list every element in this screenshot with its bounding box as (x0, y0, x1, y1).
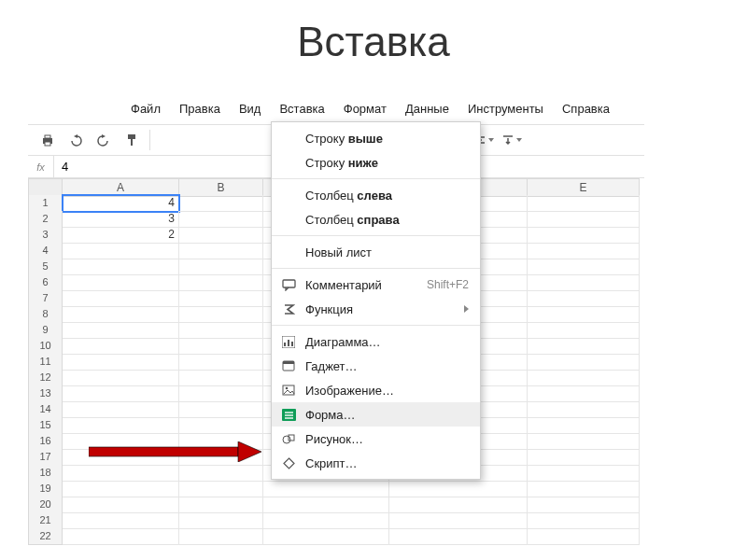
col-header-E[interactable]: E (528, 178, 640, 197)
row-header-17[interactable]: 17 (28, 449, 63, 466)
cell[interactable] (528, 370, 640, 386)
row-header-8[interactable]: 8 (28, 306, 63, 323)
row-header-14[interactable]: 14 (28, 401, 63, 418)
cell[interactable] (179, 290, 263, 307)
cell[interactable] (389, 528, 528, 545)
menu-вставка[interactable]: Вставка (270, 98, 333, 119)
cell[interactable] (389, 481, 528, 497)
menu-item-столбецсправа[interactable]: Столбец справа (272, 207, 480, 231)
cell[interactable] (528, 433, 640, 450)
cell[interactable] (63, 306, 179, 323)
menu-item-гаджет[interactable]: Гаджет… (272, 354, 480, 378)
menu-item-скрипт[interactable]: Скрипт… (272, 451, 480, 475)
cell[interactable] (63, 259, 179, 275)
cell[interactable] (179, 274, 263, 291)
redo-icon[interactable] (91, 127, 117, 153)
row-header-19[interactable]: 19 (28, 481, 63, 497)
cell[interactable] (179, 243, 263, 259)
menu-item-новыйлист[interactable]: Новый лист (272, 240, 480, 264)
cell[interactable] (179, 481, 263, 497)
cell[interactable] (389, 497, 528, 513)
cell[interactable] (263, 481, 389, 497)
cell[interactable]: 4 (63, 195, 179, 212)
paint-format-icon[interactable] (119, 127, 145, 153)
cell[interactable] (263, 497, 389, 513)
cell[interactable] (179, 370, 263, 386)
cell[interactable] (179, 211, 263, 228)
menu-справка[interactable]: Справка (553, 98, 619, 119)
cell[interactable]: 3 (63, 211, 179, 228)
cell[interactable] (63, 338, 179, 355)
cell[interactable] (179, 417, 263, 434)
cell[interactable] (263, 512, 389, 529)
cell[interactable] (528, 417, 640, 434)
cell[interactable] (528, 465, 640, 482)
row-header-21[interactable]: 21 (28, 512, 63, 529)
cell[interactable] (528, 338, 640, 355)
cell[interactable] (63, 481, 179, 497)
menu-item-диаграмма[interactable]: Диаграмма… (272, 329, 480, 354)
cell[interactable] (263, 528, 389, 545)
row-header-22[interactable]: 22 (28, 528, 63, 545)
cell[interactable] (63, 528, 179, 545)
cell[interactable] (528, 227, 640, 244)
cell[interactable] (63, 370, 179, 386)
cell[interactable] (179, 497, 263, 513)
menu-item-функция[interactable]: Функция (272, 297, 480, 321)
cell[interactable] (179, 195, 263, 212)
menu-данные[interactable]: Данные (396, 98, 458, 119)
menu-item-рисунок[interactable]: Рисунок… (272, 427, 480, 451)
cell[interactable] (528, 449, 640, 466)
cell[interactable] (179, 322, 263, 339)
cell[interactable] (528, 385, 640, 402)
row-header-13[interactable]: 13 (28, 385, 63, 402)
cell[interactable] (179, 385, 263, 402)
cell[interactable] (179, 338, 263, 355)
cell[interactable] (63, 401, 179, 418)
cell[interactable] (179, 306, 263, 323)
cell[interactable] (528, 528, 640, 545)
col-header-A[interactable]: A (63, 178, 179, 197)
cell[interactable] (528, 354, 640, 371)
cell[interactable] (63, 290, 179, 307)
cell[interactable]: 2 (63, 227, 179, 244)
row-header-20[interactable]: 20 (28, 497, 63, 513)
menu-файл[interactable]: Файл (121, 98, 170, 119)
menu-item-комментарий[interactable]: КомментарийShift+F2 (272, 273, 480, 297)
cell[interactable] (63, 417, 179, 434)
cell[interactable] (179, 227, 263, 244)
menu-item-строкуниже[interactable]: Строку ниже (272, 150, 480, 175)
row-header-5[interactable]: 5 (28, 259, 63, 275)
row-header-4[interactable]: 4 (28, 243, 63, 259)
row-header-3[interactable]: 3 (28, 227, 63, 244)
cell[interactable] (528, 290, 640, 307)
menu-формат[interactable]: Формат (334, 98, 396, 119)
menu-item-столбецслева[interactable]: Столбец слева (272, 183, 480, 207)
print-icon[interactable] (35, 127, 61, 153)
row-header-10[interactable]: 10 (28, 338, 63, 355)
cell[interactable] (528, 497, 640, 513)
cell[interactable] (528, 243, 640, 259)
cell[interactable] (63, 354, 179, 371)
cell[interactable] (63, 322, 179, 339)
row-header-2[interactable]: 2 (28, 211, 63, 228)
cell[interactable] (63, 385, 179, 402)
menu-инструменты[interactable]: Инструменты (458, 98, 553, 119)
cell[interactable] (63, 243, 179, 259)
cell[interactable] (179, 528, 263, 545)
row-header-11[interactable]: 11 (28, 354, 63, 371)
cell[interactable] (179, 512, 263, 529)
cell[interactable] (528, 274, 640, 291)
corner-cell[interactable] (28, 178, 63, 197)
row-header-9[interactable]: 9 (28, 322, 63, 339)
cell[interactable] (63, 465, 179, 482)
cell[interactable] (179, 401, 263, 418)
cell[interactable] (528, 195, 640, 212)
cell[interactable] (63, 497, 179, 513)
cell[interactable] (528, 401, 640, 418)
menu-item-изображение[interactable]: Изображение… (272, 378, 480, 402)
undo-icon[interactable] (63, 127, 89, 153)
row-header-18[interactable]: 18 (28, 465, 63, 482)
cell[interactable] (63, 512, 179, 529)
valign-icon[interactable] (499, 127, 525, 153)
